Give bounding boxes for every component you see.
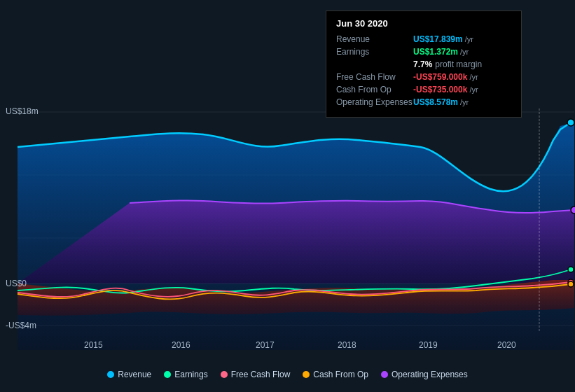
tooltip-row-fcf: Free Cash Flow -US$759.000k /yr [336, 72, 511, 82]
legend-item-opex[interactable]: Operating Expenses [381, 370, 468, 379]
tooltip-value-revenue: US$17.839m [413, 34, 463, 44]
tooltip-unit-revenue: /yr [465, 35, 473, 43]
legend-item-earnings[interactable]: Earnings [164, 370, 207, 379]
tooltip-row-earnings: Earnings US$1.372m /yr [336, 47, 511, 57]
svg-point-11 [568, 281, 574, 287]
legend-dot-cashop [303, 371, 310, 378]
tooltip-label-cashop: Cash From Op [336, 85, 413, 94]
legend-label-earnings: Earnings [174, 370, 207, 379]
svg-point-7 [567, 119, 574, 126]
tooltip-value-opex: US$8.578m [413, 97, 458, 107]
tooltip-profit-pct: 7.7% [413, 59, 432, 69]
tooltip-box: Jun 30 2020 Revenue US$17.839m /yr Earni… [326, 10, 522, 118]
tooltip-row-revenue: Revenue US$17.839m /yr [336, 34, 511, 44]
tooltip-value-cashop: -US$735.000k [413, 85, 467, 94]
tooltip-profit-label: profit margin [435, 59, 482, 69]
x-label-2015: 2015 [84, 340, 103, 350]
x-label-2017: 2017 [256, 340, 275, 350]
tooltip-unit-fcf: /yr [469, 73, 478, 81]
legend-item-fcf[interactable]: Free Cash Flow [221, 370, 291, 379]
tooltip-label-revenue: Revenue [336, 34, 413, 44]
tooltip-date: Jun 30 2020 [336, 18, 511, 29]
legend-label-cashop: Cash From Op [313, 370, 368, 379]
legend-label-revenue: Revenue [118, 370, 151, 379]
tooltip-row-margin: 7.7% profit margin [413, 59, 511, 69]
x-label-2016: 2016 [172, 340, 190, 350]
tooltip-row-cashop: Cash From Op -US$735.000k /yr [336, 85, 511, 94]
svg-point-9 [568, 267, 574, 272]
legend-item-cashop[interactable]: Cash From Op [303, 370, 368, 379]
y-label-bottom: -US$4m [6, 321, 36, 330]
legend-dot-opex [381, 371, 388, 378]
legend-dot-revenue [107, 371, 114, 378]
tooltip-label-fcf: Free Cash Flow [336, 72, 413, 82]
legend-dot-fcf [221, 371, 228, 378]
tooltip-value-earnings: US$1.372m [413, 47, 458, 57]
tooltip-value-fcf: -US$759.000k [413, 72, 467, 82]
legend-item-revenue[interactable]: Revenue [107, 370, 151, 379]
x-label-2018: 2018 [338, 340, 356, 350]
svg-text:US$0: US$0 [6, 279, 27, 288]
chart-container: US$0 US$18m -US$4m 2015 2016 2017 2018 2… [0, 0, 575, 392]
tooltip-unit-cashop: /yr [469, 85, 478, 94]
tooltip-unit-opex: /yr [460, 98, 469, 106]
tooltip-label-earnings: Earnings [336, 47, 413, 57]
x-label-2019: 2019 [419, 340, 438, 350]
tooltip-unit-earnings: /yr [460, 48, 469, 56]
svg-point-8 [571, 206, 575, 214]
x-label-2020: 2020 [497, 340, 516, 350]
legend-label-fcf: Free Cash Flow [231, 370, 291, 379]
legend-label-opex: Operating Expenses [392, 370, 468, 379]
tooltip-row-opex: Operating Expenses US$8.578m /yr [336, 97, 511, 107]
tooltip-label-opex: Operating Expenses [336, 97, 413, 107]
legend-dot-earnings [164, 371, 171, 378]
chart-legend: Revenue Earnings Free Cash Flow Cash Fro… [0, 370, 575, 379]
y-label-top: US$18m [6, 106, 39, 116]
